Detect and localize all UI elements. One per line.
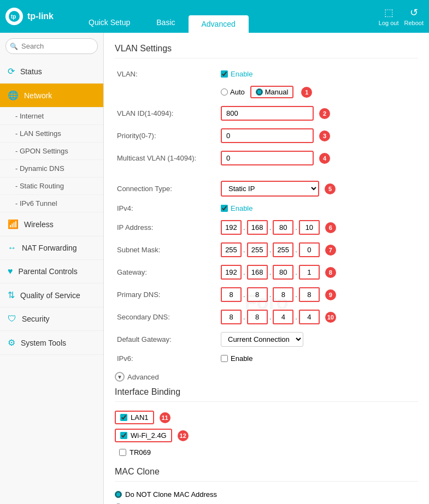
vlan-manual-radio[interactable]: Manual [250,86,294,98]
sidebar-item-nat[interactable]: ↔ NAT Forwarding [0,236,103,260]
nav-tabs: Quick Setup Basic Advanced [75,0,379,33]
vlan-section-title: VLAN Settings [115,44,418,58]
ipv6-enable-input[interactable] [221,355,228,362]
tr069-checkbox[interactable] [119,449,126,456]
ipv6-enable-checkbox[interactable]: Enable [221,354,416,363]
ipv4-label: IPv4: [115,200,219,216]
lan1-checkbox-label[interactable]: LAN1 [115,411,154,424]
sdns-octet-1[interactable] [221,310,242,324]
vlan-enable-checkbox[interactable]: Enable [221,70,416,78]
sdns-octet-3[interactable] [273,310,293,324]
sdns-octet-4[interactable] [299,310,320,324]
reboot-label: Reboot [404,20,424,26]
sidebar-item-security[interactable]: 🛡 Security [0,307,103,331]
pdns-octet-3[interactable] [273,287,293,302]
badge-4: 4 [319,153,330,164]
secondary-dns-label: Secondary DNS: [115,306,219,328]
vlan-enable-input[interactable] [221,70,228,78]
ip-address-label: IP Address: [115,216,219,239]
tab-basic[interactable]: Basic [143,14,188,33]
spacer-row [115,169,418,177]
subnet-octet-4[interactable] [299,242,320,257]
tab-quick-setup[interactable]: Quick Setup [75,14,143,33]
sidebar-item-label: NAT Forwarding [22,244,77,252]
sidebar-item-status[interactable]: ⟳ Status [0,60,103,84]
lan1-checkbox[interactable] [120,414,127,421]
sidebar-item-label: Security [22,315,50,323]
gateway-group: . . . [221,265,320,280]
subnet-label: Subnet Mask: [115,239,219,261]
vlan-manual-input[interactable] [256,88,263,96]
mac-do-not-clone-radio[interactable] [115,491,122,498]
subnet-octet-1[interactable] [221,242,242,257]
ip-octet-2[interactable] [247,220,268,235]
sdns-octet-2[interactable] [247,310,268,324]
sidebar-item-network[interactable]: 🌐 Network [0,84,103,108]
vlan-auto-input[interactable] [221,88,228,96]
search-input[interactable] [5,38,98,54]
svg-text:tp: tp [11,14,16,20]
qos-icon: ⇅ [8,290,15,300]
vlan-auto-radio[interactable]: Auto [221,88,245,96]
tab-advanced[interactable]: Advanced [189,15,249,33]
sidebar-item-label: Wireless [24,220,54,229]
sidebar-item-parental[interactable]: ♥ Parental Controls [0,260,103,283]
ipv4-enable-text: Enable [231,204,252,212]
priority-input[interactable] [221,128,314,143]
ip-octet-1[interactable] [221,220,242,235]
gw-octet-3[interactable] [273,265,293,280]
subnet-octet-2[interactable] [247,242,268,257]
ipv4-enable-checkbox[interactable]: Enable [221,204,416,212]
sub-item-gpon[interactable]: - GPON Settings [0,143,103,160]
connection-type-select[interactable]: Static IP Dynamic IP PPPoE [221,181,319,197]
ip-octet-3[interactable] [273,220,293,235]
badge-9: 9 [325,289,336,300]
logout-button[interactable]: ⬚ Log out [379,7,399,26]
wireless-icon: 📶 [8,219,19,229]
pdns-octet-4[interactable] [299,287,320,302]
ipv4-enable-input[interactable] [221,205,228,212]
ipv4-row: IPv4: Enable [115,200,418,216]
badge-1: 1 [301,87,312,98]
subnet-octet-3[interactable] [273,242,293,257]
advanced-toggle[interactable]: ▼ Advanced [115,372,418,382]
binding-item-wifi: Wi-Fi_2.4G 12 [115,429,418,442]
wifi-checkbox[interactable] [120,432,127,439]
ip-octet-4[interactable] [299,220,320,235]
default-gateway-select[interactable]: Current Connection [221,332,303,347]
mac-option-do-not-clone[interactable]: Do NOT Clone MAC Address [115,490,418,499]
interface-binding-section: LAN1 11 Wi-Fi_2.4G 12 TR069 [115,411,418,458]
vlan-id-row: VLAN ID(1-4094): 2 [115,102,418,124]
gw-octet-2[interactable] [247,265,268,280]
vlan-manual-label: Manual [265,88,289,96]
search-box[interactable]: 🔍 [5,38,98,54]
sub-item-static-routing[interactable]: - Static Routing [0,177,103,195]
sidebar-item-system[interactable]: ⚙ System Tools [0,331,103,355]
advanced-text: Advanced [127,373,159,381]
vlan-mode-group: Auto Manual 1 [221,86,416,98]
mac-clone-title: MAC Clone [115,467,418,482]
sidebar-item-wireless[interactable]: 📶 Wireless [0,212,103,236]
sub-item-ddns[interactable]: - Dynamic DNS [0,160,103,177]
ipv6-label: IPv6: [115,351,219,366]
sub-item-lan[interactable]: - LAN Settings [0,125,103,143]
primary-dns-row: Primary DNS: . . . [115,283,418,306]
wifi-label: Wi-Fi_2.4G [131,431,167,440]
security-icon: 🛡 [8,314,16,324]
reboot-icon: ↺ [410,7,418,19]
sub-item-internet[interactable]: - Internet [0,108,103,125]
gw-octet-1[interactable] [221,265,242,280]
tr069-checkbox-label[interactable]: TR069 [115,447,155,458]
sidebar-item-qos[interactable]: ⇅ Quality of Service [0,283,103,307]
sub-item-ipv6-tunnel[interactable]: - IPv6 Tunnel [0,195,103,212]
gw-octet-4[interactable] [299,265,320,280]
badge-7: 7 [325,245,336,256]
pdns-octet-1[interactable] [221,287,242,302]
wifi-checkbox-label[interactable]: Wi-Fi_2.4G [115,429,172,442]
badge-12: 12 [178,430,189,441]
multicast-input[interactable] [221,151,314,165]
vlan-id-input[interactable] [221,106,314,121]
pdns-octet-2[interactable] [247,287,268,302]
mac-clone-section: Do NOT Clone MAC Address Clone Current C… [115,490,418,504]
reboot-button[interactable]: ↺ Reboot [404,7,424,26]
